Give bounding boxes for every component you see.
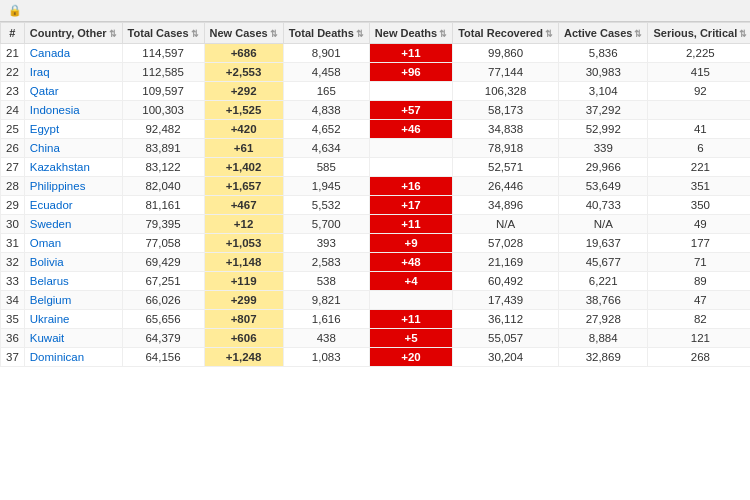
row-new-deaths: +17	[369, 196, 452, 215]
row-country[interactable]: Indonesia	[24, 101, 122, 120]
sort-icon-total_cases[interactable]: ⇅	[191, 29, 199, 39]
row-total-deaths: 585	[283, 158, 369, 177]
row-country[interactable]: Ecuador	[24, 196, 122, 215]
row-num: 32	[1, 253, 25, 272]
row-new-cases: +807	[204, 310, 283, 329]
row-new-cases: +467	[204, 196, 283, 215]
col-header-num: #	[1, 23, 25, 44]
row-num: 30	[1, 215, 25, 234]
row-total-deaths: 4,458	[283, 63, 369, 82]
row-country[interactable]: Belarus	[24, 272, 122, 291]
row-num: 25	[1, 120, 25, 139]
row-total-cases: 114,597	[122, 44, 204, 63]
row-num: 35	[1, 310, 25, 329]
table-row: 36Kuwait64,379+606438+555,0578,88412115,…	[1, 329, 751, 348]
row-total-deaths: 4,838	[283, 101, 369, 120]
row-active-cases: N/A	[558, 215, 648, 234]
sort-icon-serious_critical[interactable]: ⇅	[739, 29, 747, 39]
col-header-new_cases[interactable]: New Cases⇅	[204, 23, 283, 44]
col-header-country[interactable]: Country, Other⇅	[24, 23, 122, 44]
row-country[interactable]: Sweden	[24, 215, 122, 234]
row-new-deaths: +16	[369, 177, 452, 196]
sort-icon-country[interactable]: ⇅	[109, 29, 117, 39]
row-country[interactable]: Ukraine	[24, 310, 122, 329]
row-serious-critical: 47	[648, 291, 750, 310]
row-total-cases: 82,040	[122, 177, 204, 196]
row-country[interactable]: Dominican	[24, 348, 122, 367]
row-active-cases: 19,637	[558, 234, 648, 253]
col-header-new_deaths[interactable]: New Deaths⇅	[369, 23, 452, 44]
col-header-total_cases[interactable]: Total Cases⇅	[122, 23, 204, 44]
row-total-deaths: 1,083	[283, 348, 369, 367]
row-total-deaths: 9,821	[283, 291, 369, 310]
sort-icon-new_deaths[interactable]: ⇅	[439, 29, 447, 39]
row-serious-critical: 350	[648, 196, 750, 215]
row-total-recovered: N/A	[453, 215, 559, 234]
row-country[interactable]: Qatar	[24, 82, 122, 101]
sort-icon-active_cases[interactable]: ⇅	[634, 29, 642, 39]
row-num: 37	[1, 348, 25, 367]
row-num: 21	[1, 44, 25, 63]
row-active-cases: 38,766	[558, 291, 648, 310]
table-row: 23Qatar109,597+292165106,3283,1049239,03…	[1, 82, 751, 101]
row-new-deaths	[369, 291, 452, 310]
row-total-recovered: 52,571	[453, 158, 559, 177]
row-total-cases: 64,379	[122, 329, 204, 348]
row-serious-critical: 49	[648, 215, 750, 234]
row-total-recovered: 36,112	[453, 310, 559, 329]
row-country[interactable]: Kazakhstan	[24, 158, 122, 177]
row-country[interactable]: Belgium	[24, 291, 122, 310]
row-country[interactable]: China	[24, 139, 122, 158]
row-country[interactable]: Iraq	[24, 63, 122, 82]
row-total-cases: 77,058	[122, 234, 204, 253]
row-active-cases: 5,836	[558, 44, 648, 63]
row-serious-critical: 268	[648, 348, 750, 367]
col-header-active_cases[interactable]: Active Cases⇅	[558, 23, 648, 44]
row-active-cases: 52,992	[558, 120, 648, 139]
row-total-deaths: 2,583	[283, 253, 369, 272]
row-total-recovered: 26,446	[453, 177, 559, 196]
row-country[interactable]: Philippines	[24, 177, 122, 196]
row-new-deaths: +5	[369, 329, 452, 348]
row-num: 31	[1, 234, 25, 253]
row-country[interactable]: Bolivia	[24, 253, 122, 272]
row-total-deaths: 8,901	[283, 44, 369, 63]
row-serious-critical: 71	[648, 253, 750, 272]
lock-icon: 🔒	[8, 4, 22, 17]
table-row: 31Oman77,058+1,053393+957,02819,63717715…	[1, 234, 751, 253]
row-country[interactable]: Kuwait	[24, 329, 122, 348]
row-num: 29	[1, 196, 25, 215]
sort-icon-total_recovered[interactable]: ⇅	[545, 29, 553, 39]
row-total-recovered: 34,838	[453, 120, 559, 139]
row-country[interactable]: Oman	[24, 234, 122, 253]
row-total-cases: 81,161	[122, 196, 204, 215]
row-new-cases: +2,553	[204, 63, 283, 82]
row-num: 28	[1, 177, 25, 196]
col-header-total_recovered[interactable]: Total Recovered⇅	[453, 23, 559, 44]
row-new-deaths: +57	[369, 101, 452, 120]
row-serious-critical: 177	[648, 234, 750, 253]
row-new-cases: +686	[204, 44, 283, 63]
sort-icon-total_deaths[interactable]: ⇅	[356, 29, 364, 39]
row-num: 22	[1, 63, 25, 82]
row-new-cases: +292	[204, 82, 283, 101]
row-country[interactable]: Egypt	[24, 120, 122, 139]
col-header-total_deaths[interactable]: Total Deaths⇅	[283, 23, 369, 44]
row-active-cases: 29,966	[558, 158, 648, 177]
row-new-deaths: +11	[369, 310, 452, 329]
row-total-deaths: 5,700	[283, 215, 369, 234]
row-country[interactable]: Canada	[24, 44, 122, 63]
row-num: 34	[1, 291, 25, 310]
row-active-cases: 32,869	[558, 348, 648, 367]
row-total-recovered: 77,144	[453, 63, 559, 82]
row-num: 33	[1, 272, 25, 291]
row-total-recovered: 55,057	[453, 329, 559, 348]
row-total-recovered: 30,204	[453, 348, 559, 367]
table-row: 29Ecuador81,161+4675,532+1734,89640,7333…	[1, 196, 751, 215]
row-num: 24	[1, 101, 25, 120]
row-num: 36	[1, 329, 25, 348]
col-header-serious_critical[interactable]: Serious, Critical⇅	[648, 23, 750, 44]
row-new-cases: +420	[204, 120, 283, 139]
sort-icon-new_cases[interactable]: ⇅	[270, 29, 278, 39]
row-total-recovered: 60,492	[453, 272, 559, 291]
